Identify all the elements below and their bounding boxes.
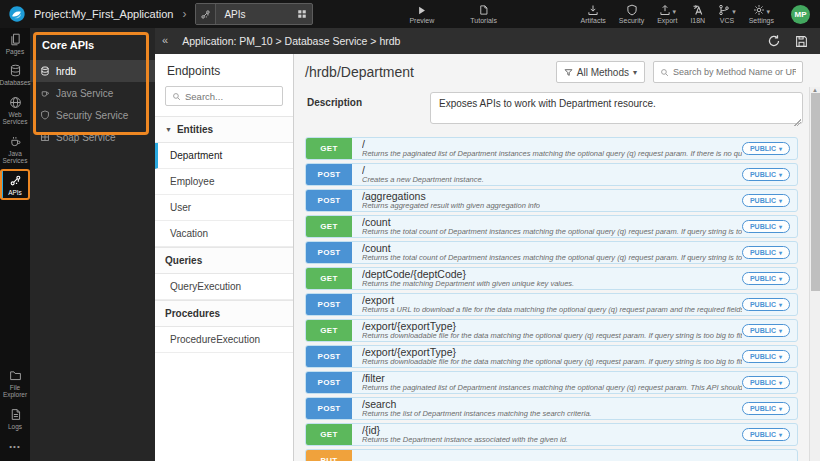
logo-icon (8, 5, 26, 23)
api-row[interactable]: PUT (305, 449, 798, 461)
gear-icon (753, 4, 765, 16)
access-dropdown[interactable]: PUBLIC▾ (742, 402, 790, 415)
method-search[interactable] (653, 61, 803, 83)
endpoint-item-vacation[interactable]: Vacation (155, 221, 293, 247)
branch-icon (718, 4, 730, 16)
service-item-java-service[interactable]: Java Service (30, 82, 155, 104)
grid-icon[interactable] (297, 9, 307, 19)
api-row[interactable]: GET /countReturns the total count of Dep… (305, 215, 798, 238)
service-item-hrdb[interactable]: hrdb (30, 60, 155, 82)
rail-label: Logs (8, 423, 22, 430)
api-row[interactable]: GET /{id}Returns the Department instance… (305, 423, 798, 446)
rail-label: Java Services (0, 150, 30, 165)
sidebar-item-logs[interactable]: Logs (0, 403, 30, 434)
section-procedures[interactable]: Procedures (155, 300, 293, 327)
access-dropdown[interactable]: PUBLIC▾ (742, 194, 790, 207)
security-button[interactable]: Security (619, 4, 644, 24)
api-row[interactable]: POST /aggregationsReturns aggregated res… (305, 189, 798, 212)
pages-icon (9, 33, 22, 46)
description-textarea[interactable]: Exposes APIs to work with Department res… (430, 92, 803, 124)
chevron-down-icon: ▾ (779, 301, 782, 308)
page-title: /hrdb/Department (305, 64, 548, 80)
shield-icon (626, 4, 638, 16)
i18n-button[interactable]: I18N (690, 4, 705, 24)
api-row[interactable]: POST /filterReturns the paginated list o… (305, 371, 798, 394)
api-row[interactable]: GET /deptCode/{deptCode}Returns the matc… (305, 267, 798, 290)
api-row[interactable]: POST /countReturns the total count of De… (305, 241, 798, 264)
method-badge: POST (306, 294, 352, 315)
soap-icon (40, 132, 50, 142)
tab-apis[interactable]: APIs (195, 3, 313, 25)
core-apis-panel: Core APIs hrdb Java Service (30, 28, 155, 461)
section-queries[interactable]: Queries (155, 247, 293, 274)
api-row[interactable]: GET /export/{exportType}Returns download… (305, 319, 798, 342)
api-row[interactable]: POST /export/{exportType}Returns downloa… (305, 345, 798, 368)
user-avatar[interactable]: MP (791, 5, 810, 24)
api-row[interactable]: POST /exportReturns a URL to download a … (305, 293, 798, 316)
endpoints-search-input[interactable] (185, 91, 275, 102)
more-icon[interactable]: ••• (0, 434, 30, 461)
vcs-button[interactable]: ▾ VCS (718, 4, 736, 24)
access-dropdown[interactable]: PUBLIC▾ (742, 220, 790, 233)
tab-apis-label: APIs (224, 9, 297, 20)
access-dropdown[interactable]: PUBLIC▾ (742, 168, 790, 181)
service-item-soap-service[interactable]: Soap Service (30, 126, 155, 148)
scrollbar-thumb[interactable] (811, 93, 820, 291)
main-header-bar: « Application: PM_10 > Database Service … (155, 28, 820, 54)
export-button[interactable]: ▾ Export (657, 4, 677, 24)
sidebar-item-java-services[interactable]: Java Services (0, 130, 30, 169)
endpoints-search[interactable] (165, 86, 283, 106)
chevron-down-icon: ▾ (779, 405, 782, 412)
export-label: Export (657, 17, 677, 24)
settings-button[interactable]: ▾ Settings (749, 4, 774, 24)
sidebar-item-web-services[interactable]: Web Services (0, 91, 30, 130)
sidebar-item-file-explorer[interactable]: File Explorer (0, 364, 30, 403)
api-row[interactable]: POST /searchReturns the list of Departme… (305, 397, 798, 420)
wavemaker-logo[interactable] (0, 0, 34, 28)
endpoint-item-department[interactable]: Department (155, 143, 293, 169)
sidebar-item-apis[interactable]: APIs (0, 169, 30, 200)
chevron-down-icon: ▾ (779, 379, 782, 386)
section-entities[interactable]: ▼ Entities (155, 116, 293, 143)
preview-button[interactable]: Preview (409, 5, 434, 24)
sidebar-item-databases[interactable]: Databases (0, 59, 30, 90)
vertical-scrollbar[interactable]: ▲ (809, 87, 820, 461)
method-search-input[interactable] (673, 67, 796, 77)
tutorials-label: Tutorials (470, 17, 497, 24)
search-icon (172, 92, 181, 101)
method-badge: POST (306, 190, 352, 211)
collapse-panel-icon[interactable]: « (155, 34, 174, 48)
access-dropdown[interactable]: PUBLIC▾ (742, 376, 790, 389)
refresh-icon[interactable] (767, 34, 781, 48)
api-row[interactable]: POST /Creates a new Department instance.… (305, 163, 798, 186)
access-dropdown[interactable]: PUBLIC▾ (742, 272, 790, 285)
access-dropdown[interactable]: PUBLIC▾ (742, 350, 790, 363)
access-dropdown[interactable]: PUBLIC▾ (742, 246, 790, 259)
play-icon (416, 5, 427, 16)
service-item-security-service[interactable]: Security Service (30, 104, 155, 126)
access-dropdown[interactable]: PUBLIC▾ (742, 428, 790, 441)
endpoint-item-employee[interactable]: Employee (155, 169, 293, 195)
endpoint-item-queryexecution[interactable]: QueryExecution (155, 274, 293, 300)
upload-icon (659, 4, 671, 16)
chevron-down-icon: ▾ (673, 8, 677, 16)
methods-filter-dropdown[interactable]: All Methods ▾ (556, 61, 645, 83)
api-description: Returns aggregated result with given agg… (362, 202, 540, 211)
endpoint-item-procedureexecution[interactable]: ProcedureExecution (155, 327, 293, 353)
chevron-down-icon: ▾ (779, 327, 782, 334)
chevron-down-icon: ▾ (779, 431, 782, 438)
save-icon[interactable] (795, 35, 808, 48)
globe-icon (9, 96, 22, 109)
method-badge: GET (306, 424, 352, 445)
access-dropdown[interactable]: PUBLIC▾ (742, 142, 790, 155)
chevron-down-icon: ▾ (779, 171, 782, 178)
access-dropdown[interactable]: PUBLIC▾ (742, 324, 790, 337)
endpoint-item-user[interactable]: User (155, 195, 293, 221)
access-dropdown[interactable]: PUBLIC▾ (742, 298, 790, 311)
artifacts-button[interactable]: Artifacts (581, 4, 606, 24)
top-bar: Project:My_First_Application › APIs P (0, 0, 820, 28)
api-row[interactable]: GET /Returns the paginated list of Depar… (305, 137, 798, 160)
sidebar-item-pages[interactable]: Pages (0, 28, 30, 59)
method-badge: GET (306, 320, 352, 341)
tutorials-button[interactable]: Tutorials (470, 4, 497, 24)
